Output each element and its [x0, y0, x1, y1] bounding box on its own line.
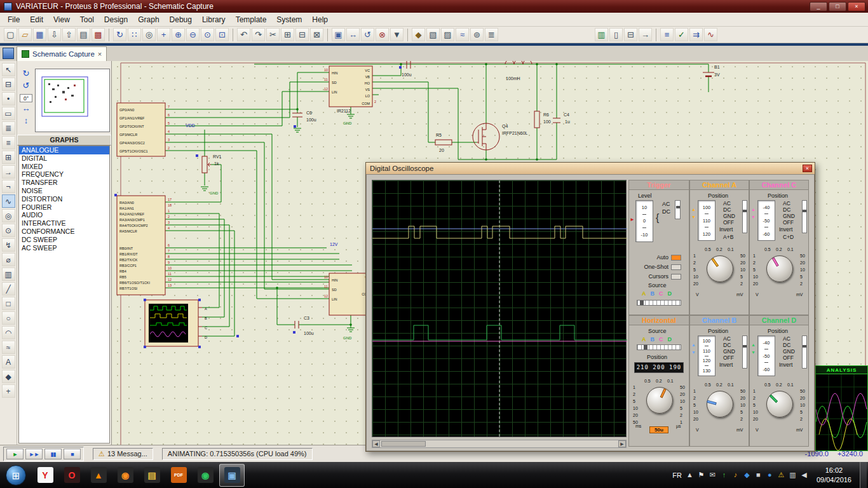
- toggle-grid-icon[interactable]: ∷: [128, 28, 141, 41]
- menu-system[interactable]: System: [271, 13, 307, 27]
- bus-mode-icon[interactable]: ≡: [2, 136, 15, 149]
- zoom-all-icon[interactable]: ⊙: [201, 28, 214, 41]
- zoom-area-icon[interactable]: ⊡: [215, 28, 229, 41]
- junction-dot-mode-icon[interactable]: •: [2, 92, 15, 105]
- channel-d-option-invert[interactable]: Invert: [779, 362, 792, 368]
- trigger-dc-option[interactable]: DC: [662, 208, 670, 215]
- remove-sheet-icon[interactable]: ⊟: [624, 28, 637, 41]
- oscilloscope-close-button[interactable]: ×: [803, 165, 812, 172]
- application-home-icon[interactable]: [3, 48, 14, 59]
- zoom-in-icon[interactable]: ⊕: [172, 28, 185, 41]
- 2d-line-mode-icon[interactable]: ╱: [2, 282, 15, 295]
- channel-b-gain-knob-dial[interactable]: [707, 391, 733, 417]
- undo-icon[interactable]: ↶: [237, 28, 250, 41]
- pick-parts-icon[interactable]: ▼: [390, 28, 403, 41]
- clock[interactable]: 16:02 09/04/2016: [817, 466, 851, 484]
- trigger-source-channel-c[interactable]: C: [659, 290, 663, 297]
- channel-b-position-up-arrow[interactable]: ▲: [691, 342, 696, 347]
- copy-icon[interactable]: ⊞: [281, 28, 294, 41]
- menu-design[interactable]: Design: [99, 13, 133, 27]
- selection-mode-icon[interactable]: ↖: [2, 63, 15, 76]
- channel-b-position-slider[interactable]: 100110120130: [698, 336, 715, 376]
- oscilloscope-screen[interactable]: [372, 180, 627, 437]
- zoom-out-icon[interactable]: ⊖: [186, 28, 200, 41]
- cursors-button[interactable]: Cursors: [632, 273, 668, 280]
- electrical-rule-check-icon[interactable]: ✓: [675, 28, 688, 41]
- 2d-path-mode-icon[interactable]: ≈: [2, 341, 15, 354]
- trigger-level-marker[interactable]: ►: [630, 217, 635, 222]
- text-script-mode-icon[interactable]: ≣: [2, 121, 15, 135]
- center-at-cursor-icon[interactable]: +: [157, 28, 170, 41]
- pause-button[interactable]: ▮▮: [44, 449, 62, 459]
- scrollbar-track[interactable]: [380, 440, 618, 447]
- taskbar-app-vlc-player[interactable]: ▲: [86, 464, 111, 487]
- horizontal-source-channel-b[interactable]: B: [651, 336, 655, 342]
- menu-file[interactable]: File: [3, 13, 25, 27]
- step-button[interactable]: ►►: [25, 449, 43, 459]
- channel-d-gain-knob-dial[interactable]: [766, 391, 793, 417]
- minimize-button[interactable]: _: [810, 2, 827, 11]
- redo-icon[interactable]: ↷: [252, 28, 265, 41]
- search-tag-icon[interactable]: ⊚: [470, 28, 484, 41]
- trigger-coupling-slider[interactable]: [675, 200, 681, 219]
- channel-a-gain-knob[interactable]: 0.50.20.1125102050201052VmV: [692, 248, 748, 304]
- menu-debug[interactable]: Debug: [165, 13, 197, 27]
- wire-autorouter-icon[interactable]: ≈: [456, 28, 469, 41]
- show-desktop-button[interactable]: [860, 462, 867, 488]
- trigger-level-slider[interactable]: 100-10: [635, 200, 653, 242]
- property-assignment-icon[interactable]: ≣: [485, 28, 498, 41]
- channel-a-option-aplusb[interactable]: A+B: [723, 234, 733, 240]
- maximize-button[interactable]: □: [829, 2, 846, 11]
- rotate-clockwise-icon[interactable]: ↻: [23, 69, 30, 81]
- oscilloscope-titlebar[interactable]: Digital Oscilloscope ×: [366, 163, 815, 174]
- auto-button[interactable]: Auto: [632, 254, 668, 261]
- compile-netlist-icon[interactable]: ⇉: [689, 28, 703, 41]
- menu-tool[interactable]: Tool: [75, 13, 99, 27]
- graph-type-mixed[interactable]: MIXED: [19, 163, 109, 171]
- simulate-graph-icon[interactable]: ∿: [704, 28, 717, 41]
- component-mode-icon[interactable]: ⊟: [2, 78, 15, 91]
- graph-type-transfer[interactable]: TRANSFER: [19, 179, 109, 187]
- horizontal-source-slider[interactable]: [637, 344, 681, 350]
- analysis-window[interactable]: ANALYSIS: [815, 365, 868, 451]
- channel-a-option-off[interactable]: OFF: [723, 219, 734, 226]
- new-file-icon[interactable]: ▢: [4, 28, 17, 41]
- channel-d-option-gnd[interactable]: GND: [783, 348, 795, 355]
- channel-b-coupling-slider[interactable]: [742, 336, 747, 369]
- rotation-angle-field[interactable]: 0°: [20, 94, 32, 102]
- graph-type-digital[interactable]: DIGITAL: [19, 154, 109, 163]
- tray-audio-icon[interactable]: ♪: [731, 471, 740, 479]
- paste-icon[interactable]: ⊟: [295, 28, 309, 41]
- mark-output-area-icon[interactable]: ▩: [92, 28, 105, 41]
- channel-a-position-up-arrow[interactable]: ▲: [691, 207, 696, 212]
- make-device-icon[interactable]: ◆: [412, 28, 425, 41]
- channel-c-coupling-slider[interactable]: [802, 200, 807, 233]
- channel-d-option-off[interactable]: OFF: [783, 355, 794, 361]
- trigger-ac-option[interactable]: AC: [662, 201, 670, 207]
- graph-type-ac-sweep[interactable]: AC SWEEP: [19, 244, 109, 252]
- tray-bluetooth-icon[interactable]: ●: [766, 471, 774, 479]
- taskbar-app-camtasia[interactable]: ◉: [193, 464, 218, 487]
- scroll-right-arrow[interactable]: ▶: [618, 440, 626, 447]
- channel-b-option-dc[interactable]: DC: [723, 342, 731, 348]
- graph-type-interactive[interactable]: INTERACTIVE: [19, 219, 109, 227]
- horizontal-timebase-knob[interactable]: 0.50.20.1125102050502010521msµs50u: [632, 379, 688, 435]
- graph-type-audio[interactable]: AUDIO: [19, 211, 109, 219]
- channel-c-gain-knob-dial[interactable]: [766, 255, 793, 282]
- channel-a-position-down-arrow[interactable]: ▼: [691, 215, 696, 219]
- tray-mail-icon[interactable]: ✉: [709, 471, 717, 479]
- graph-type-fourier[interactable]: FOURIER: [19, 203, 109, 212]
- mirror-vertical-icon[interactable]: ↕: [24, 116, 29, 128]
- 2d-text-mode-icon[interactable]: A: [2, 355, 15, 369]
- channel-a-option-dc[interactable]: DC: [723, 207, 731, 213]
- device-pin-mode-icon[interactable]: ¬: [2, 180, 15, 193]
- open-file-icon[interactable]: ▱: [18, 28, 32, 41]
- trigger-source-channel-a[interactable]: A: [642, 290, 646, 297]
- channel-a-coupling-slider[interactable]: [742, 200, 747, 233]
- channel-a-option-gnd[interactable]: GND: [723, 213, 735, 219]
- tray-network-icon[interactable]: ▥: [789, 471, 797, 479]
- 2d-symbol-mode-icon[interactable]: ◆: [2, 370, 15, 383]
- oneshot-button[interactable]: One-Shot: [632, 264, 668, 270]
- message-log[interactable]: ⚠13 Messag...: [93, 448, 153, 460]
- channel-b-gain-knob[interactable]: 0.50.20.1125102050201052VmV: [692, 383, 748, 439]
